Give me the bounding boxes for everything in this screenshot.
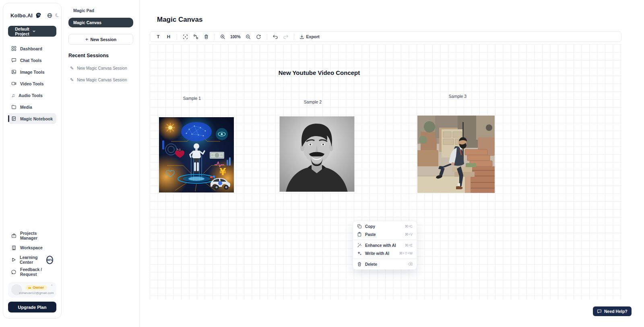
plus-icon: +	[85, 36, 89, 42]
recent-session-label: New Magic Canvas Session	[77, 66, 127, 70]
sidebar-item-audio-tools[interactable]: ♫ Audio Tools	[8, 90, 56, 101]
need-help-button[interactable]: Need Help?	[593, 306, 632, 316]
zoom-in-button[interactable]	[218, 33, 227, 41]
export-button[interactable]: Export	[298, 34, 321, 39]
text-tool-button[interactable]: T	[154, 33, 163, 41]
sidebar-item-video-tools[interactable]: Video Tools	[8, 78, 56, 89]
ai-head-logo-icon	[35, 12, 41, 19]
sidebar-item-dashboard[interactable]: Dashboard	[8, 43, 56, 54]
sidebar-item-magic-notebook[interactable]: Magic Notebook	[8, 113, 56, 124]
dashboard-grid-icon	[11, 46, 17, 51]
magic-wand-icon	[357, 243, 362, 248]
sidebar-item-label: Media	[20, 105, 32, 110]
context-menu: Copy ⌘+C Paste ⌘+V Enhance with AI ⌘+E W…	[353, 221, 417, 270]
download-icon	[299, 34, 304, 39]
learning-progress-badge: 66%	[46, 256, 53, 264]
nav-item-magic-pad[interactable]: Magic Pad	[68, 6, 133, 15]
language-globe-icon[interactable]	[47, 12, 52, 19]
toolbar-divider	[294, 34, 294, 40]
magic-notebook-icon	[11, 116, 17, 121]
sample-3-label[interactable]: Sample 3	[440, 94, 476, 99]
sidebar-item-workspace[interactable]: Workspace	[8, 242, 56, 254]
app-logo: Kolbo.AI	[10, 12, 33, 19]
project-selector[interactable]: Default Project	[8, 26, 56, 37]
sample-3-image[interactable]	[417, 116, 495, 193]
user-email: zoharvan12@gmail.com	[19, 291, 54, 295]
sample-1-label[interactable]: Sample 1	[174, 96, 210, 101]
owner-role-badge: Owner	[25, 285, 47, 290]
ai-collage-artwork: ¥	[159, 117, 234, 192]
portrait-artwork	[279, 116, 355, 192]
connector-icon	[193, 34, 198, 39]
new-session-button[interactable]: + New Session	[68, 34, 133, 45]
sidebar-item-label: Video Tools	[20, 81, 44, 86]
user-menu-chevron-icon: ⌃	[50, 284, 53, 288]
heading-tool-button[interactable]: H	[164, 33, 173, 41]
undo-button[interactable]	[271, 33, 280, 41]
shortcut-label: ⌫	[408, 262, 413, 266]
redo-icon	[283, 34, 289, 39]
zoom-level: 100%	[229, 35, 242, 39]
music-note-icon: ♫	[11, 93, 15, 98]
sidebar-item-feedback-request[interactable]: Feedback / Request	[8, 266, 56, 278]
context-menu-enhance-with-ai[interactable]: Enhance with AI ⌘+E	[353, 241, 417, 249]
sidebar-item-chat-tools[interactable]: Chat Tools	[8, 55, 56, 66]
pencil-icon: ✎	[70, 77, 74, 83]
page-title: Magic Canvas	[157, 16, 202, 24]
redo-button[interactable]	[281, 33, 290, 41]
context-menu-write-with-ai[interactable]: Write with AI ⌘+⇧+W	[353, 249, 417, 257]
toolbar-divider	[267, 34, 267, 40]
paste-clipboard-icon	[357, 232, 362, 237]
shortcut-label: ⌘+C	[405, 224, 413, 228]
shortcut-label: ⌘+V	[405, 232, 413, 236]
select-frame-button[interactable]	[181, 33, 190, 41]
recent-session-label: New Magic Canvas Session	[77, 78, 127, 82]
sidebar-nav: Dashboard Chat Tools Image Tools Video T…	[8, 43, 56, 124]
sidebar-item-projects-manager[interactable]: Projects Manager	[8, 230, 56, 242]
svg-text:¥: ¥	[219, 166, 226, 178]
building-icon	[11, 245, 17, 250]
zoom-out-icon	[246, 34, 251, 39]
sidebar-item-learning-center[interactable]: Learning Center 66%	[8, 254, 56, 266]
context-menu-delete[interactable]: Delete ⌫	[353, 260, 417, 268]
sidebar-item-label: Dashboard	[20, 46, 42, 51]
recent-session-item[interactable]: ✎ New Magic Canvas Session	[68, 62, 133, 74]
sidebar-item-label: Feedback / Request	[20, 267, 53, 277]
play-icon	[11, 257, 16, 262]
context-menu-paste[interactable]: Paste ⌘+V	[353, 230, 417, 238]
zoom-out-button[interactable]	[244, 33, 253, 41]
board-title[interactable]: New Youtube Video Concept	[249, 69, 390, 76]
upgrade-plan-button[interactable]: Upgrade Plan	[8, 302, 56, 313]
sidebar-item-label: Workspace	[20, 245, 43, 250]
dark-mode-moon-icon[interactable]: ☾	[55, 12, 60, 19]
sidebar-item-image-tools[interactable]: Image Tools	[8, 66, 56, 77]
delete-tool-button[interactable]	[202, 33, 211, 41]
logo-row: Kolbo.AI ☾	[8, 9, 56, 19]
context-menu-copy[interactable]: Copy ⌘+C	[353, 222, 417, 230]
sidebar-item-label: Projects Manager	[20, 231, 53, 240]
recent-session-item[interactable]: ✎ New Magic Canvas Session	[68, 74, 133, 86]
trash-icon	[357, 262, 362, 267]
feedback-chat-icon	[11, 269, 17, 275]
toolbar-divider	[214, 34, 215, 40]
image-icon	[11, 69, 17, 75]
select-frame-icon	[183, 34, 188, 39]
crown-icon	[28, 286, 31, 289]
pencil-icon: ✎	[70, 66, 74, 71]
user-account-card[interactable]: Owner zoharvan12@gmail.com ⌃	[8, 282, 56, 298]
sidebar-item-label: Audio Tools	[19, 93, 43, 98]
sample-2-image[interactable]	[279, 116, 355, 192]
video-camera-icon	[11, 81, 17, 86]
copy-icon	[357, 224, 362, 229]
nav-item-magic-canvas[interactable]: Magic Canvas	[68, 18, 133, 27]
reset-view-button[interactable]	[254, 33, 263, 41]
shortcut-label: ⌘+E	[405, 243, 413, 247]
sidebar-item-label: Learning Center	[20, 255, 42, 265]
folder-icon	[11, 104, 17, 110]
sidebar-item-label: Chat Tools	[20, 58, 41, 63]
sample-1-image[interactable]: ¥	[159, 117, 234, 192]
sample-2-label[interactable]: Sample 2	[295, 99, 331, 104]
connector-tool-button[interactable]	[191, 33, 200, 41]
sidebar-item-media[interactable]: Media	[8, 101, 56, 112]
toolbar-divider	[177, 34, 177, 40]
